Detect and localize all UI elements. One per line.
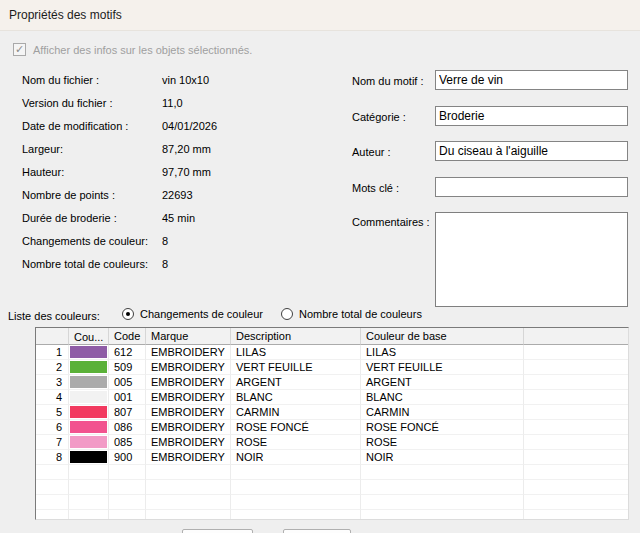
empty-cell (146, 510, 231, 520)
row-number: 8 (36, 450, 69, 465)
base-color-cell: ROSE (361, 435, 524, 450)
author-label: Auteur : (352, 146, 391, 158)
empty-cell (361, 465, 524, 480)
empty-cell (524, 495, 628, 510)
color-swatch-cell (69, 405, 109, 420)
empty-cell (36, 495, 69, 510)
header-rownum[interactable] (36, 328, 69, 345)
row-number: 2 (36, 360, 69, 375)
header-brand[interactable]: Marque (146, 328, 231, 345)
comments-label: Commentaires : (352, 216, 430, 228)
table-row[interactable]: 7085EMBROIDERYROSEROSE (36, 435, 628, 450)
filler-cell (524, 360, 628, 375)
table-row[interactable]: 3005EMBROIDERYARGENTARGENT (36, 375, 628, 390)
keywords-input[interactable] (435, 177, 628, 197)
code-cell: 005 (109, 375, 146, 390)
empty-cell (524, 480, 628, 495)
color-swatch (70, 406, 107, 418)
brand-cell: EMBROIDERY (146, 390, 231, 405)
code-cell: 807 (109, 405, 146, 420)
table-row[interactable]: 6086EMBROIDERYROSE FONCÉROSE FONCÉ (36, 420, 628, 435)
empty-cell (36, 465, 69, 480)
info-value: 22693 (162, 189, 193, 202)
empty-cell (69, 510, 109, 520)
radio-total-colors[interactable]: Nombre total de couleurs (281, 308, 422, 320)
radio-total-colors-label: Nombre total de couleurs (299, 308, 422, 320)
header-description[interactable]: Description (231, 328, 361, 345)
bottom-button-2[interactable] (283, 529, 351, 533)
file-info-row: Hauteur:97,70 mm (22, 166, 217, 179)
empty-cell (361, 480, 524, 495)
empty-cell (69, 465, 109, 480)
empty-cell (146, 465, 231, 480)
info-value: 87,20 mm (162, 143, 211, 156)
table-empty-row[interactable] (36, 465, 628, 480)
description-cell: ARGENT (231, 375, 361, 390)
empty-cell (231, 465, 361, 480)
table-row[interactable]: 1612EMBROIDERYLILASLILAS (36, 345, 628, 360)
row-number: 7 (36, 435, 69, 450)
color-swatch-cell (69, 345, 109, 360)
info-value: 45 min (162, 212, 195, 225)
color-swatch (70, 436, 107, 448)
description-cell: VERT FEUILLE (231, 360, 361, 375)
info-value: 04/01/2026 (162, 120, 217, 133)
header-base-color[interactable]: Couleur de base (361, 328, 524, 345)
filler-cell (524, 375, 628, 390)
filler-cell (524, 405, 628, 420)
info-label: Version du fichier : (22, 97, 162, 110)
table-row[interactable]: 8900EMBROIDERYNOIRNOIR (36, 450, 628, 465)
table-empty-row[interactable] (36, 510, 628, 520)
table-row[interactable]: 4001EMBROIDERYBLANCBLANC (36, 390, 628, 405)
category-input[interactable] (435, 106, 628, 126)
brand-cell: EMBROIDERY (146, 420, 231, 435)
color-list-label: Liste des couleurs: (8, 310, 100, 322)
author-input[interactable] (435, 141, 628, 161)
table-row[interactable]: 5807EMBROIDERYCARMINCARMIN (36, 405, 628, 420)
radio-unselected-icon[interactable] (281, 308, 293, 320)
checkbox-checked-icon[interactable]: ✓ (13, 43, 26, 56)
color-swatch-cell (69, 435, 109, 450)
description-cell: ROSE (231, 435, 361, 450)
color-swatch (70, 391, 107, 403)
empty-cell (109, 465, 146, 480)
brand-cell: EMBROIDERY (146, 375, 231, 390)
empty-cell (231, 510, 361, 520)
design-name-label: Nom du motif : (352, 75, 424, 87)
empty-cell (36, 510, 69, 520)
file-info-row: Nom du fichier :vin 10x10 (22, 74, 217, 87)
color-list-options: Liste des couleurs: Changements de coule… (0, 308, 640, 324)
table-empty-row[interactable] (36, 480, 628, 495)
comments-textarea[interactable] (435, 212, 628, 307)
empty-cell (146, 480, 231, 495)
base-color-cell: BLANC (361, 390, 524, 405)
empty-cell (146, 495, 231, 510)
filler-cell (524, 345, 628, 360)
table-row[interactable]: 2509EMBROIDERYVERT FEUILLEVERT FEUILLE (36, 360, 628, 375)
info-label: Nombre de points : (22, 189, 162, 202)
file-info-row: Date de modification :04/01/2026 (22, 120, 217, 133)
color-swatch-cell (69, 375, 109, 390)
radio-selected-icon[interactable] (122, 308, 134, 320)
color-swatch-cell (69, 360, 109, 375)
table-empty-row[interactable] (36, 495, 628, 510)
color-swatch (70, 376, 107, 388)
color-table-body: 1612EMBROIDERYLILASLILAS2509EMBROIDERYVE… (36, 345, 628, 520)
brand-cell: EMBROIDERY (146, 405, 231, 420)
header-color[interactable]: Cou... (69, 328, 109, 345)
base-color-cell: ROSE FONCÉ (361, 420, 524, 435)
description-cell: BLANC (231, 390, 361, 405)
page-title: Propriétés des motifs (9, 8, 122, 22)
color-swatch (70, 451, 107, 463)
bottom-button-1[interactable] (182, 529, 253, 533)
info-value: 11,0 (162, 97, 183, 110)
empty-cell (524, 510, 628, 520)
header-code[interactable]: Code (109, 328, 146, 345)
brand-cell: EMBROIDERY (146, 450, 231, 465)
file-info: Nom du fichier :vin 10x10Version du fich… (22, 74, 217, 281)
info-label: Nom du fichier : (22, 74, 162, 87)
design-name-input[interactable] (435, 70, 628, 90)
radio-color-changes[interactable]: Changements de couleur (122, 308, 263, 320)
category-label: Catégorie : (352, 111, 406, 123)
base-color-cell: CARMIN (361, 405, 524, 420)
